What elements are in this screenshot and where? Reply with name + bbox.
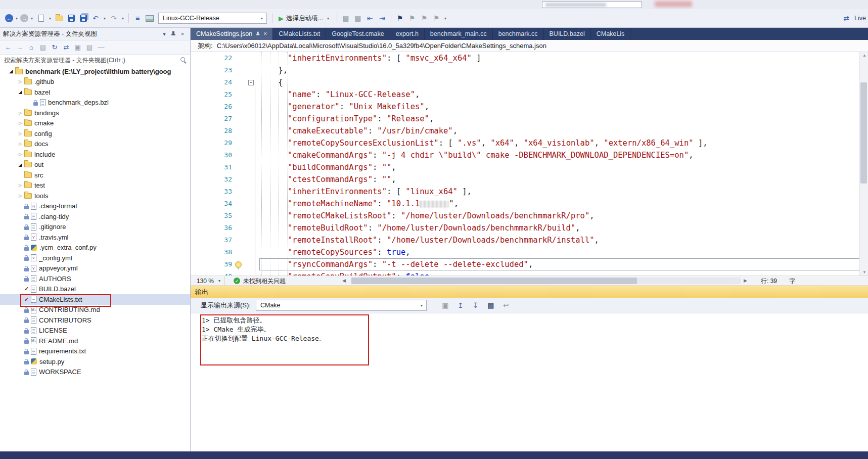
tab-benchmark-cc[interactable]: benchmark.cc — [493, 28, 544, 40]
close-icon[interactable]: × — [178, 29, 187, 38]
start-button[interactable]: ▶ 选择启动项... ▾ — [276, 14, 334, 23]
fold-box-glyph[interactable]: − — [248, 80, 254, 85]
tree-item-license[interactable]: LICENSE — [0, 326, 190, 336]
breakpoint-margin[interactable] — [191, 198, 215, 210]
health-check-icon[interactable]: ✓ — [234, 278, 240, 284]
tree-item-cmakelists-txt[interactable]: ✓CMakeLists.txt — [0, 294, 190, 305]
scroll-left-icon[interactable]: ◀ — [342, 278, 346, 283]
editor-vertical-scrollbar[interactable]: ▲ ▼ — [859, 52, 868, 276]
code-line[interactable]: 39 "rsyncCommandArgs": "-t --delete --de… — [191, 258, 868, 270]
tree-item-readme-md[interactable]: README.md — [0, 336, 190, 346]
toolbar-overflow-icon[interactable]: ▾ — [443, 16, 448, 21]
breakpoint-margin[interactable] — [191, 88, 215, 101]
switch-views-icon[interactable]: ▤ — [38, 42, 48, 53]
next-bookmark-icon[interactable]: ⚑ — [419, 13, 430, 24]
start-dropdown-icon[interactable]: ▾ — [326, 16, 331, 21]
tree-item-authors[interactable]: AUTHORS — [0, 273, 190, 284]
tree-item-test[interactable]: ▷test — [0, 180, 190, 191]
tree-item-clang-tidy[interactable]: .clang-tidy — [0, 211, 190, 222]
breakpoint-margin[interactable] — [191, 137, 215, 149]
tree-item-src[interactable]: src — [0, 170, 190, 180]
pin-icon[interactable] — [169, 29, 178, 38]
code-line[interactable]: 36 "remoteBuildRoot": "/home/luster/Down… — [191, 222, 868, 234]
tree-item-tools[interactable]: ▷tools — [0, 191, 190, 201]
preview-selected-items-icon[interactable]: — — [96, 42, 106, 53]
tree-item-gitignore[interactable]: .gitignore — [0, 222, 190, 233]
indent-icon[interactable]: ⇥ — [377, 13, 388, 24]
output-source-combo[interactable]: CMake ▾ — [256, 300, 427, 311]
screenshot-icon[interactable] — [144, 13, 155, 24]
undo-dropdown-icon[interactable]: ▾ — [102, 16, 107, 21]
navigate-forward-icon[interactable]: → — [20, 14, 28, 22]
expand-arrow-icon[interactable]: ▷ — [16, 121, 24, 125]
tab-export-h[interactable]: export.h — [390, 28, 425, 40]
window-position-icon[interactable]: ▾ — [160, 29, 169, 38]
code-line[interactable]: 40 "remoteCopyBuildOutput": false, — [191, 270, 868, 276]
new-file-dropdown-icon[interactable]: ▾ — [48, 16, 53, 21]
home-icon[interactable]: ⌂ — [26, 42, 36, 53]
live-share-button[interactable]: ⇄ Live — [841, 13, 868, 24]
tree-item-cmake[interactable]: ▷cmake — [0, 118, 190, 129]
unindent-icon[interactable]: ⇤ — [364, 13, 376, 24]
attach-icon[interactable]: ▤ — [340, 13, 351, 24]
breakpoint-margin[interactable] — [191, 270, 215, 276]
refresh-icon[interactable]: ↻ — [50, 42, 60, 53]
redo-icon[interactable]: ↷ — [108, 13, 119, 24]
tree-item-contributors[interactable]: CONTRIBUTORS — [0, 315, 190, 326]
horizontal-scrollbar-thumb[interactable] — [351, 278, 637, 284]
breakpoint-margin[interactable] — [191, 64, 215, 76]
breakpoint-margin[interactable] — [191, 161, 215, 173]
breakpoint-margin[interactable] — [191, 186, 215, 198]
collapse-all-icon[interactable]: ▣ — [73, 42, 83, 53]
quick-search-box[interactable] — [542, 1, 642, 8]
tree-item-github[interactable]: ▷.github — [0, 77, 190, 87]
save-all-icon[interactable] — [78, 13, 89, 24]
vertical-scrollbar-thumb[interactable] — [860, 82, 867, 183]
tab-googletest-cmake[interactable]: GoogleTest.cmake — [326, 28, 390, 40]
editor-horizontal-scrollbar[interactable] — [351, 278, 741, 284]
tree-item-contributing-md[interactable]: CONTRIBUTING.md — [0, 305, 190, 315]
go-to-previous-message-icon[interactable]: ↥ — [454, 300, 467, 311]
go-to-next-message-icon[interactable]: ↧ — [470, 300, 482, 311]
code-line[interactable]: 38 "remoteCopySources": true, — [191, 246, 868, 258]
breakpoint-margin[interactable] — [191, 101, 215, 113]
code-line[interactable]: 30 "cmakeCommandArgs": "-j 4 chdir \"bui… — [191, 149, 868, 161]
breakpoint-margin[interactable] — [191, 113, 215, 125]
toggle-bookmark-icon[interactable]: ⚑ — [394, 13, 405, 24]
tree-item-appveyor-yml[interactable]: appveyor.yml — [0, 263, 190, 274]
collapse-arrow-icon[interactable]: ◢ — [16, 89, 24, 95]
zoom-select[interactable]: 130 % ▾ — [195, 277, 224, 285]
tree-item-config[interactable]: ▷config — [0, 128, 190, 139]
breakpoint-margin[interactable] — [191, 210, 215, 222]
expand-arrow-icon[interactable]: ▷ — [16, 152, 24, 157]
code-line[interactable]: 32 "ctestCommandArgs": "", — [191, 173, 868, 186]
breakpoint-margin[interactable] — [191, 125, 215, 137]
breakpoint-margin[interactable] — [191, 258, 215, 270]
tree-item-clang-format[interactable]: .clang-format — [0, 201, 190, 212]
search-input[interactable] — [0, 55, 190, 66]
find-message-icon[interactable]: ▣ — [439, 300, 451, 311]
redo-dropdown-icon[interactable]: ▾ — [120, 16, 125, 21]
sync-with-active-document-icon[interactable]: ⇄ — [61, 42, 71, 53]
tab-cmakelis[interactable]: CMakeLis — [591, 28, 631, 40]
tree-item-config-yml[interactable]: _config.yml — [0, 253, 190, 263]
code-line[interactable]: 28 "cmakeExecutable": "/usr/bin/cmake", — [191, 125, 868, 137]
expand-arrow-icon[interactable]: ▷ — [16, 142, 24, 146]
code-line[interactable]: 37 "remoteInstallRoot": "/home/luster/Do… — [191, 234, 868, 246]
clear-all-icon[interactable]: ▤ — [485, 300, 497, 311]
tree-item-bindings[interactable]: ▷bindings — [0, 108, 190, 118]
navigate-back-icon[interactable]: ← — [3, 42, 13, 53]
breakpoint-margin[interactable] — [191, 246, 215, 258]
configuration-combo[interactable]: Linux-GCC-Release ▾ — [158, 13, 267, 24]
code-line[interactable]: 33 "inheritEnvironments": [ "linux_x64" … — [191, 186, 868, 198]
tree-item-bazel[interactable]: ◢bazel — [0, 87, 190, 98]
navigate-backward-icon[interactable]: ← — [5, 14, 13, 22]
tree-item-ycm-extra-conf-py[interactable]: .ycm_extra_conf.py — [0, 243, 190, 253]
code-line[interactable]: 35 "remoteCMakeListsRoot": "/home/luster… — [191, 210, 868, 222]
tab-cmakesettings-json[interactable]: CMakeSettings.json× — [191, 28, 273, 40]
search-icon[interactable] — [180, 57, 185, 62]
navigate-forward-dropdown-icon[interactable]: ▾ — [29, 16, 34, 21]
tab-cmakelists-txt[interactable]: CMakeLists.txt — [273, 28, 326, 40]
tree-item-workspace[interactable]: WORKSPACE — [0, 367, 190, 378]
scroll-up-icon[interactable]: ▲ — [862, 53, 866, 58]
